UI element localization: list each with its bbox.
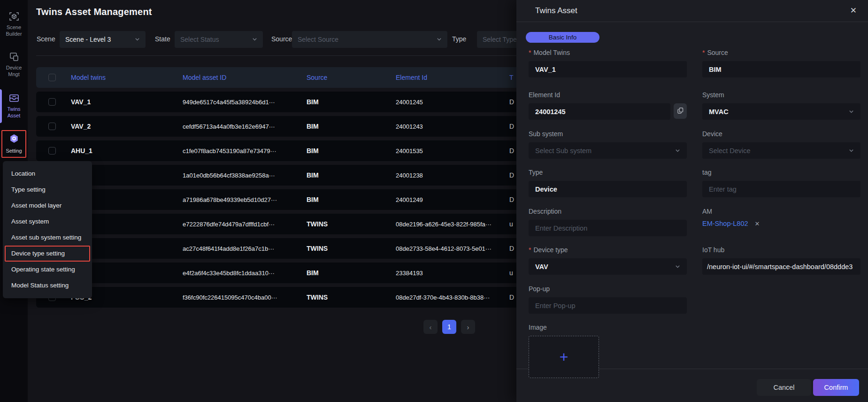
iot-hub-input[interactable]: /neuron-iot-ui/#/smartspace-dashboard/08…: [702, 258, 860, 275]
col-header-model-asset-id[interactable]: Model asset ID: [183, 74, 307, 81]
confirm-button[interactable]: Confirm: [813, 379, 859, 396]
sidebar-item-device-mngt[interactable]: Device Mngt: [0, 52, 28, 77]
cell-element-id: 08de27df-370e-4b43-830b-8b38···: [396, 294, 509, 301]
system-select[interactable]: MVAC: [702, 103, 860, 120]
next-page-button[interactable]: ›: [461, 320, 475, 334]
field-source: *Source BIM: [702, 49, 860, 77]
cell-source: TWINS: [307, 245, 396, 252]
twins-asset-icon: [0, 93, 28, 103]
chevron-down-icon: [135, 36, 140, 43]
field-model-twins: *Model Twins VAV_1: [529, 49, 687, 77]
plus-icon: +: [560, 349, 568, 364]
source-filter-label: Source: [271, 35, 292, 43]
menu-item-operating-state-setting[interactable]: Operating state setting: [3, 262, 92, 278]
cell-model-asset-id: e7222876dfe74d479a7dfffd1cbf···: [183, 221, 307, 228]
cell-model-asset-id: 949de6517c4a45f5a38924b6d1···: [183, 99, 307, 106]
description-input[interactable]: Enter Description: [529, 220, 687, 236]
settings-menu: Location Type setting Asset model layer …: [3, 161, 92, 298]
cell-source: BIM: [307, 196, 396, 203]
row-checkbox[interactable]: [48, 123, 56, 130]
cell-model-twins: VAV_1: [71, 98, 183, 106]
cell-element-id: 08de2733-58e4-4612-8073-5e01···: [396, 245, 509, 252]
cell-source: TWINS: [307, 294, 396, 301]
cell-source: TWINS: [307, 220, 396, 228]
sidebar-item-scene-builder[interactable]: Scene Builder: [0, 11, 28, 37]
device-type-select[interactable]: VAV: [529, 258, 687, 275]
cell-source: BIM: [307, 171, 396, 179]
row-checkbox[interactable]: [48, 98, 56, 106]
model-twins-input[interactable]: VAV_1: [529, 61, 687, 77]
menu-item-model-status-setting[interactable]: Model Status setting: [3, 278, 92, 294]
scene-filter-label: Scene: [37, 35, 55, 43]
close-icon[interactable]: ✕: [850, 6, 857, 15]
scene-select[interactable]: Scene - Level 3: [60, 31, 146, 48]
cancel-button[interactable]: Cancel: [757, 379, 811, 396]
chevron-down-icon: [849, 108, 854, 116]
field-popup: Pop-up Enter Pop-up: [529, 285, 687, 314]
cell-source: BIM: [307, 98, 396, 106]
remove-am-icon[interactable]: ✕: [755, 220, 760, 227]
required-marker: *: [702, 49, 705, 56]
menu-item-type-setting[interactable]: Type setting: [3, 182, 92, 198]
page-title: Twins Asset Management: [36, 7, 152, 17]
setting-icon: [9, 137, 19, 145]
cell-source: BIM: [307, 269, 396, 277]
tab-basic-info[interactable]: Basic Info: [526, 32, 599, 43]
menu-item-asset-model-layer[interactable]: Asset model layer: [3, 198, 92, 214]
cell-model-twins: VAV_2: [71, 123, 183, 130]
cell-model-asset-id: e4f2a6f4c33e45bd8fc1ddaa310···: [183, 270, 307, 277]
cell-model-asset-id: ac27c48f641f4add8e1f26a7c1b···: [183, 245, 307, 252]
field-system: System MVAC: [702, 91, 860, 120]
field-element-id: Element Id 24001245: [529, 91, 687, 120]
required-marker: *: [529, 246, 531, 254]
device-select[interactable]: Select Device: [702, 142, 860, 159]
menu-item-location[interactable]: Location: [3, 166, 92, 182]
type-input[interactable]: Device: [529, 181, 687, 197]
sidebar-item-label: Setting: [2, 147, 25, 154]
sidebar-item-twins-asset[interactable]: Twins Asset: [0, 93, 28, 119]
sub-system-select[interactable]: Select Sub system: [529, 142, 687, 159]
cell-element-id: 24001535: [396, 147, 509, 155]
source-input[interactable]: BIM: [702, 61, 860, 77]
cell-model-asset-id: 1a01e0db56b64cf3838ae9258a···: [183, 172, 307, 179]
cell-element-id: 24001243: [396, 123, 509, 130]
chevron-down-icon: [437, 36, 442, 43]
scene-builder-icon: [0, 11, 28, 22]
state-filter-label: State: [155, 35, 170, 43]
element-id-input[interactable]: 24001245: [529, 103, 670, 120]
tag-input[interactable]: Enter tag: [702, 181, 860, 197]
sidebar-item-label: Device Mngt: [0, 64, 28, 77]
col-header-source[interactable]: Source: [307, 74, 396, 81]
status-select[interactable]: Select Status: [175, 31, 263, 48]
sidebar-item-setting[interactable]: Setting: [1, 130, 26, 158]
cell-model-asset-id: f36fc90fc226415095c470c4ba00···: [183, 294, 307, 301]
popup-input[interactable]: Enter Pop-up: [529, 297, 687, 314]
sidebar-item-label: Twins Asset: [0, 106, 28, 119]
cell-source: BIM: [307, 147, 396, 155]
col-header-model-twins[interactable]: Model twins: [71, 74, 183, 81]
cell-model-asset-id: c1fe07f8acb7453190a87e73479···: [183, 147, 307, 155]
device-mngt-icon: [0, 52, 28, 62]
cell-element-id: 24001238: [396, 172, 509, 179]
field-iot-hub: IoT hub /neuron-iot-ui/#/smartspace-dash…: [702, 246, 860, 275]
copy-button[interactable]: [674, 103, 687, 119]
menu-item-asset-sub-system-setting[interactable]: Asset sub system setting: [3, 230, 92, 246]
pagination: ‹ 1 ›: [423, 320, 475, 334]
select-all-checkbox[interactable]: [48, 74, 56, 81]
am-link[interactable]: EM-Shop-L802: [702, 220, 748, 227]
image-upload-box[interactable]: +: [529, 336, 599, 378]
prev-page-button[interactable]: ‹: [423, 320, 438, 334]
sidebar-item-label: Scene Builder: [0, 24, 28, 37]
source-select[interactable]: Select Source: [292, 31, 447, 48]
chevron-down-icon: [849, 147, 854, 155]
chevron-down-icon: [252, 36, 257, 43]
page-1-button[interactable]: 1: [442, 320, 456, 334]
field-tag: tag Enter tag: [702, 169, 860, 197]
col-header-element-id[interactable]: Element Id: [396, 74, 509, 81]
cell-element-id: 24001249: [396, 196, 509, 203]
row-checkbox[interactable]: [48, 147, 56, 155]
menu-item-asset-system[interactable]: Asset system: [3, 214, 92, 230]
copy-icon: [677, 107, 684, 116]
chevron-down-icon: [675, 147, 680, 155]
menu-item-device-type-setting[interactable]: Device type setting: [5, 246, 90, 262]
